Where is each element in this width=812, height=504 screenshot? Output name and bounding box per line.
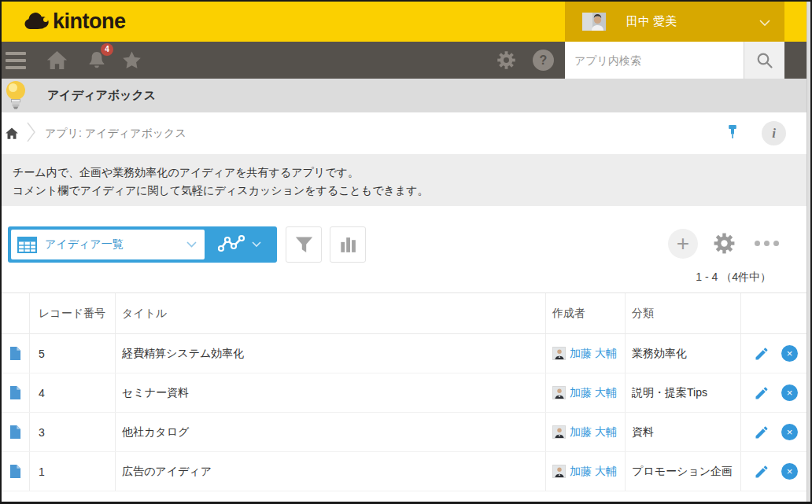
info-icon[interactable]: i: [762, 121, 786, 145]
app-settings-button[interactable]: [712, 231, 736, 256]
plus-icon: +: [677, 233, 689, 255]
add-record-button[interactable]: +: [668, 229, 698, 259]
record-author: 加藤 大輔: [546, 373, 626, 412]
record-table: レコード番号 タイトル 作成者 分類 5 経費精算システム効率化 加藤 大輔 業…: [2, 292, 810, 491]
app-title-bar: アイディアボックス: [2, 79, 810, 112]
chevron-down-icon: [759, 15, 770, 29]
table-row[interactable]: 3 他社カタログ 加藤 大輔 資料 ×: [2, 413, 810, 452]
close-icon[interactable]: ×: [781, 345, 798, 362]
global-nav-bar: 4 ?: [2, 42, 810, 79]
close-icon[interactable]: ×: [781, 384, 798, 401]
pin-icon[interactable]: [728, 124, 739, 143]
pagination: 1 - 4 （4件中）: [2, 263, 810, 292]
row-actions: ×: [741, 373, 810, 412]
graph-icon: [217, 234, 245, 255]
pencil-icon[interactable]: [754, 346, 770, 362]
chart-button[interactable]: [330, 226, 366, 263]
grid-icon: [17, 237, 37, 253]
search-input[interactable]: [565, 42, 744, 79]
search-icon: [755, 51, 774, 70]
notification-badge: 4: [101, 43, 113, 56]
column-header-actions: [741, 293, 810, 333]
record-category: 資料: [626, 413, 741, 451]
breadcrumb-home-icon[interactable]: [5, 127, 19, 140]
filter-button[interactable]: [286, 226, 322, 263]
kintone-logo[interactable]: kintone: [24, 9, 126, 34]
home-icon[interactable]: [46, 50, 68, 71]
record-title: 他社カタログ: [116, 413, 546, 451]
record-title: セミナー資料: [116, 373, 546, 412]
record-number: 4: [30, 373, 116, 412]
gear-icon[interactable]: [496, 50, 517, 71]
table-row[interactable]: 5 経費精算システム効率化 加藤 大輔 業務効率化 ×: [2, 334, 810, 373]
author-link[interactable]: 加藤 大輔: [570, 425, 617, 440]
view-dropdown[interactable]: アイディア一覧: [11, 230, 205, 259]
pencil-icon[interactable]: [754, 385, 770, 401]
record-category: プロモーション企画: [626, 452, 741, 491]
help-icon[interactable]: ?: [533, 50, 554, 71]
gear-icon: [712, 231, 736, 256]
record-category: 説明・提案Tips: [626, 373, 741, 412]
filter-icon: [293, 234, 315, 256]
bell-icon[interactable]: 4: [86, 50, 108, 72]
row-actions: ×: [741, 452, 810, 491]
document-icon[interactable]: [2, 334, 30, 373]
chevron-down-icon: [186, 241, 197, 248]
person-icon: [552, 425, 566, 439]
view-name: アイディア一覧: [45, 237, 186, 252]
table-row[interactable]: 1 広告のアイディア 加藤 大輔 プロモーション企画 ×: [2, 452, 810, 491]
column-header-author[interactable]: 作成者: [546, 293, 626, 333]
table-header-row: レコード番号 タイトル 作成者 分類: [2, 293, 810, 334]
person-icon: [552, 465, 566, 478]
logo-text: kintone: [53, 9, 126, 34]
record-title: 経費精算システム効率化: [116, 334, 546, 373]
app-search: [565, 42, 784, 79]
person-icon: [552, 386, 566, 399]
user-name: 田中 愛美: [626, 14, 759, 29]
record-range: 1 - 4 （4件中）: [696, 270, 771, 285]
person-icon: [552, 347, 566, 360]
star-icon[interactable]: [120, 50, 143, 72]
bar-chart-icon: [338, 235, 358, 255]
menu-icon[interactable]: [6, 52, 26, 69]
record-number: 1: [30, 452, 116, 491]
vertical-scrollbar[interactable]: [806, 2, 810, 502]
top-header-bar: kintone 田中 愛美: [2, 2, 810, 42]
description-line: コメント欄でアイディアに関して気軽にディスカッションをすることもできます。: [13, 182, 799, 200]
page-title: アイディアボックス: [47, 88, 156, 103]
document-icon[interactable]: [2, 413, 30, 451]
chevron-right-icon: [27, 122, 35, 145]
close-icon[interactable]: ×: [781, 463, 798, 480]
browser-viewport: kintone 田中 愛美 4 ?: [0, 0, 812, 504]
document-icon[interactable]: [2, 452, 30, 491]
breadcrumb-label: アプリ: アイディアボックス: [45, 127, 186, 141]
lightbulb-icon: [3, 79, 28, 114]
document-icon[interactable]: [2, 373, 30, 412]
pencil-icon[interactable]: [754, 425, 770, 440]
table-row[interactable]: 4 セミナー資料 加藤 大輔 説明・提案Tips ×: [2, 373, 810, 413]
author-link[interactable]: 加藤 大輔: [570, 465, 617, 479]
graph-menu-button[interactable]: [205, 230, 274, 259]
record-number: 5: [30, 334, 116, 373]
breadcrumb: アプリ: アイディアボックス i: [2, 112, 810, 154]
cloud-icon: [24, 12, 50, 32]
ellipsis-icon[interactable]: [755, 241, 779, 246]
author-link[interactable]: 加藤 大輔: [570, 386, 617, 400]
chevron-down-icon: [252, 241, 261, 248]
user-avatar: [582, 13, 606, 31]
search-button[interactable]: [744, 42, 784, 79]
view-selector: アイディア一覧: [8, 226, 277, 263]
column-header-record-no[interactable]: レコード番号: [30, 293, 116, 333]
record-number: 3: [30, 413, 116, 451]
header-icon-column: [2, 293, 30, 333]
row-actions: ×: [741, 334, 810, 373]
user-menu[interactable]: 田中 愛美: [565, 2, 784, 42]
column-header-title[interactable]: タイトル: [116, 293, 546, 333]
column-header-category[interactable]: 分類: [626, 293, 741, 333]
record-author: 加藤 大輔: [546, 452, 626, 491]
record-title: 広告のアイディア: [116, 452, 546, 491]
author-link[interactable]: 加藤 大輔: [570, 347, 617, 361]
list-toolbar: アイディア一覧 +: [2, 206, 810, 263]
pencil-icon[interactable]: [754, 464, 770, 480]
close-icon[interactable]: ×: [781, 424, 798, 440]
